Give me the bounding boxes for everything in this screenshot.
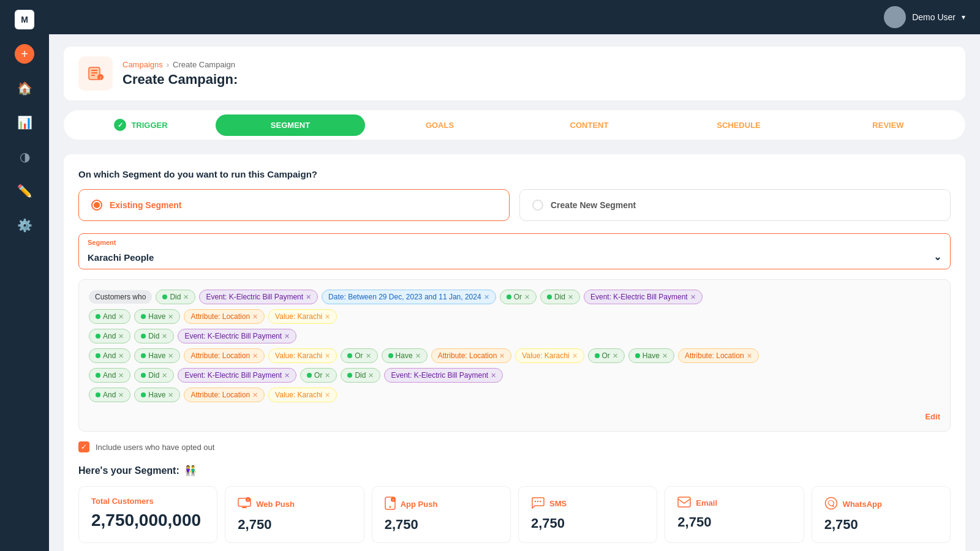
sidebar-item-home[interactable]: 🏠 — [10, 73, 39, 103]
tag-or-4: Or ✕ — [300, 368, 337, 383]
step-schedule[interactable]: SCHEDULE — [664, 114, 813, 136]
opted-out-checkbox[interactable]: ✓ — [78, 441, 89, 452]
create-new-segment-option[interactable]: Create New Segment — [519, 189, 951, 221]
breadcrumb-parent[interactable]: Campaigns — [123, 60, 163, 69]
stat-whatsapp: WhatsApp 2,750 — [812, 486, 951, 543]
step-segment-label: SEGMENT — [271, 121, 310, 130]
breadcrumb: Campaigns › Create Campaign — [123, 60, 238, 69]
svg-rect-17 — [678, 497, 690, 507]
stat-email: Email 2,750 — [665, 486, 804, 543]
stat-app-push-value: 2,750 — [385, 517, 498, 533]
steps-container: ✓ TRIGGER SEGMENT GOALS CONTENT SCHEDULE… — [64, 110, 965, 140]
svg-text:!: ! — [100, 75, 101, 81]
add-button[interactable]: + — [15, 44, 34, 64]
svg-text:!: ! — [247, 498, 249, 502]
breadcrumb-current: Create Campaign — [173, 60, 235, 69]
tags-container: Customers who Did ✕ Event: K-Electric Bi… — [78, 279, 951, 432]
tag-and-4: And ✕ — [89, 368, 130, 383]
tags-row-5: And ✕ Did ✕ Event: K-Electric Bill Payme… — [89, 368, 940, 383]
tag-and-2: And ✕ — [89, 329, 130, 343]
tag-location-3: Attribute: Location ✕ — [431, 348, 512, 363]
segment-options: Existing Segment Create New Segment — [78, 189, 951, 221]
step-check-icon: ✓ — [114, 119, 126, 131]
radio-circle-new — [532, 200, 543, 211]
whatsapp-icon — [824, 497, 838, 512]
stat-whatsapp-label: WhatsApp — [824, 497, 938, 512]
create-new-segment-label: Create New Segment — [551, 200, 636, 210]
tag-and-3: And ✕ — [89, 348, 130, 363]
tags-row-2: And ✕ Have ✕ Attribute: Location ✕ Value… — [89, 309, 940, 324]
svg-rect-3 — [91, 75, 95, 76]
tag-did-2: Did ✕ — [540, 290, 580, 304]
tag-customers-who: Customers who — [89, 290, 152, 304]
stat-app-push: ! App Push 2,750 — [372, 486, 511, 543]
segment-dropdown-container: Segment Karachi People ⌄ — [78, 233, 951, 269]
sidebar-item-analytics[interactable]: 📊 — [10, 108, 39, 137]
tag-karachi-2: Value: Karachi ✕ — [268, 348, 337, 363]
stat-total-customers: Total Customers 2,750,000,000 — [78, 486, 217, 543]
step-trigger[interactable]: ✓ TRIGGER — [66, 113, 216, 137]
segment-dropdown[interactable]: Segment Karachi People ⌄ — [78, 233, 951, 269]
tag-event-3: Event: K-Electric Bill Payment ✕ — [178, 329, 296, 343]
campaign-info: Campaigns › Create Campaign Create Campa… — [123, 60, 238, 88]
step-review-label: REVIEW — [872, 121, 903, 130]
svg-point-18 — [825, 498, 837, 509]
stat-app-push-label: ! App Push — [385, 497, 498, 512]
stat-email-label: Email — [677, 497, 791, 509]
stat-web-push: ! Web Push 2,750 — [225, 486, 364, 543]
segment-question: On which Segment do you want to run this… — [78, 169, 951, 179]
checkbox-row: ✓ Include users who have opted out — [78, 441, 951, 452]
tag-karachi-3: Value: Karachi ✕ — [515, 348, 584, 363]
svg-rect-7 — [242, 507, 247, 508]
content-area: ! Campaigns › Create Campaign Create Cam… — [49, 34, 980, 551]
tags-row-1: Customers who Did ✕ Event: K-Electric Bi… — [89, 290, 940, 304]
svg-rect-2 — [91, 72, 97, 73]
segment-summary-title: Here's your Segment: 👫 — [78, 465, 951, 476]
step-content[interactable]: CONTENT — [514, 114, 664, 136]
sidebar-item-campaigns[interactable]: ✏️ — [10, 176, 39, 206]
existing-segment-label: Existing Segment — [110, 200, 181, 210]
tag-have-4: Have ✕ — [628, 348, 674, 363]
tag-date-1: Date: Between 29 Dec, 2023 and 11 Jan, 2… — [322, 290, 496, 304]
tag-have-3: Have ✕ — [382, 348, 428, 363]
sidebar-item-segments[interactable]: ◑ — [10, 142, 39, 171]
svg-text:!: ! — [393, 498, 394, 502]
tags-row-3: And ✕ Did ✕ Event: K-Electric Bill Payme… — [89, 329, 940, 343]
step-content-label: CONTENT — [570, 121, 609, 130]
step-review[interactable]: REVIEW — [813, 114, 963, 136]
radio-dot-existing — [94, 202, 100, 208]
segment-dropdown-value: Karachi People — [88, 252, 154, 263]
campaign-header: ! Campaigns › Create Campaign Create Cam… — [64, 47, 965, 100]
breadcrumb-separator: › — [167, 60, 169, 69]
app-logo: M — [10, 10, 39, 29]
stat-web-push-label: ! Web Push — [238, 497, 351, 512]
web-push-icon: ! — [238, 497, 251, 512]
tag-did-4: Did ✕ — [134, 368, 174, 383]
tags-row-4: And ✕ Have ✕ Attribute: Location ✕ Value… — [89, 348, 940, 363]
step-goals-label: GOALS — [426, 121, 454, 130]
tag-or-2: Or ✕ — [341, 348, 377, 363]
stat-sms-label: SMS — [531, 497, 644, 511]
tag-did-3: Did ✕ — [134, 329, 174, 343]
segment-emoji: 👫 — [184, 465, 197, 476]
segment-dropdown-label: Segment — [88, 239, 116, 246]
topbar: Demo User ▾ — [49, 0, 980, 34]
sidebar-item-settings[interactable]: ⚙️ — [10, 211, 39, 240]
tag-location-2: Attribute: Location ✕ — [184, 348, 265, 363]
tag-or-1: Or ✕ — [500, 290, 537, 304]
radio-circle-existing — [91, 200, 102, 211]
tag-and-1: And ✕ — [89, 309, 130, 324]
tag-event-5: Event: K-Electric Bill Payment ✕ — [384, 368, 503, 383]
edit-button[interactable]: Edit — [925, 412, 940, 421]
step-schedule-label: SCHEDULE — [717, 121, 761, 130]
chevron-down-icon: ▾ — [962, 13, 965, 21]
tag-location-5: Attribute: Location ✕ — [184, 388, 265, 402]
existing-segment-option[interactable]: Existing Segment — [78, 189, 510, 221]
app-push-icon: ! — [385, 497, 396, 512]
step-segment[interactable]: SEGMENT — [216, 114, 365, 136]
tag-and-5: And ✕ — [89, 388, 130, 402]
tag-karachi-1: Value: Karachi ✕ — [268, 309, 337, 324]
step-goals[interactable]: GOALS — [365, 114, 514, 136]
user-menu[interactable]: Demo User ▾ — [884, 6, 965, 28]
stat-total-label: Total Customers — [91, 497, 205, 506]
